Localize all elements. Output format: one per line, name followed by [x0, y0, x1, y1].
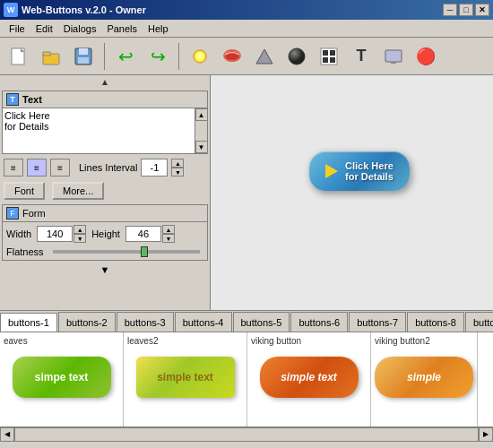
- toolbar-separator-1: [104, 43, 105, 70]
- text-input[interactable]: Click Here for Details: [3, 108, 195, 153]
- gallery-item-3: viking button2 simple: [371, 332, 478, 426]
- tab-buttons-6[interactable]: buttons-6: [290, 312, 348, 332]
- menu-panels[interactable]: Panels: [101, 22, 143, 36]
- tab-buttons-7[interactable]: buttons-7: [349, 312, 406, 332]
- text-section-title: Text: [22, 94, 42, 105]
- height-input[interactable]: [125, 226, 161, 242]
- scroll-right-btn[interactable]: ▶: [479, 427, 493, 442]
- menu-edit[interactable]: Edit: [30, 22, 58, 36]
- clear-button[interactable]: 🔴: [411, 41, 441, 72]
- text-section-header: T Text: [3, 91, 207, 108]
- align-center-button[interactable]: ≡: [27, 159, 47, 177]
- menu-help[interactable]: Help: [143, 22, 174, 36]
- gallery-btn-3[interactable]: simple: [375, 357, 473, 398]
- font-button[interactable]: Font: [4, 182, 45, 200]
- scroll-down-arrow-panel[interactable]: ▼: [0, 263, 210, 277]
- maximize-button[interactable]: □: [459, 4, 473, 16]
- gallery-title-3: viking button2: [375, 336, 430, 346]
- gallery-container: eaves simpe text leaves2 simple text vik…: [0, 332, 493, 426]
- scroll-left-btn[interactable]: ◀: [0, 427, 14, 442]
- scroll-up-arrow[interactable]: ▲: [0, 75, 210, 89]
- tab-buttons-3[interactable]: buttons-3: [117, 312, 174, 332]
- gallery-btn-0[interactable]: simpe text: [13, 357, 111, 398]
- svg-rect-14: [323, 50, 328, 56]
- preview-button[interactable]: Click Here for Details: [309, 151, 410, 191]
- scroll-down-btn[interactable]: ▼: [195, 141, 208, 153]
- flatness-slider[interactable]: [53, 250, 200, 254]
- interval-up-btn[interactable]: ▲: [171, 159, 184, 168]
- flatness-label: Flatness: [6, 246, 44, 257]
- lines-interval-label: Lines Interval: [79, 162, 137, 173]
- toolbar-separator-2: [178, 43, 179, 70]
- height-label: Height: [91, 228, 120, 239]
- width-input[interactable]: [37, 226, 73, 242]
- scroll-up-btn[interactable]: ▲: [195, 108, 208, 121]
- interval-spinners: ▲ ▼: [171, 159, 184, 177]
- pattern-button[interactable]: [314, 41, 344, 72]
- tab-buttons-5[interactable]: buttons-5: [233, 312, 290, 332]
- menu-bar: File Edit Dialogs Panels Help: [0, 20, 493, 38]
- align-row: ≡ ≡ ≡ Lines Interval -1 ▲ ▼: [0, 156, 210, 179]
- gallery-title-2: viking button: [251, 336, 301, 346]
- svg-rect-15: [330, 50, 335, 56]
- width-down-btn[interactable]: ▼: [74, 234, 86, 243]
- form-body: Width ▲ ▼ Height ▲ ▼: [2, 221, 208, 261]
- align-right-button[interactable]: ≡: [50, 159, 70, 177]
- svg-rect-3: [43, 52, 50, 56]
- open-button[interactable]: [36, 41, 66, 72]
- svg-rect-6: [78, 57, 89, 64]
- undo-button[interactable]: ↩: [110, 41, 141, 72]
- app-icon: W: [4, 3, 18, 17]
- new-button[interactable]: [4, 41, 34, 72]
- flatness-thumb[interactable]: [141, 246, 148, 257]
- gallery-btn-1[interactable]: simple text: [136, 357, 235, 398]
- height-down-btn[interactable]: ▼: [162, 234, 175, 243]
- triangle-button[interactable]: [249, 41, 280, 72]
- lines-interval-value: -1: [141, 159, 168, 177]
- height-up-btn[interactable]: ▲: [162, 225, 175, 234]
- width-label: Width: [6, 228, 31, 239]
- form-section: F Form Width ▲ ▼ Height: [2, 204, 208, 261]
- tab-buttons-1[interactable]: buttons-1: [0, 313, 57, 332]
- tab-buttons-4[interactable]: buttons-4: [175, 312, 232, 332]
- window-controls: ─ □ ✕: [443, 4, 489, 16]
- left-panel: ▲ T Text Click Here for Details ▲ ▼ ≡ ≡ …: [0, 75, 211, 310]
- menu-dialogs[interactable]: Dialogs: [58, 22, 102, 36]
- gallery-btn-2[interactable]: simple text: [260, 357, 359, 398]
- interval-down-btn[interactable]: ▼: [171, 168, 184, 177]
- minimize-button[interactable]: ─: [443, 4, 457, 16]
- width-up-btn[interactable]: ▲: [74, 225, 86, 234]
- color-button[interactable]: [217, 41, 247, 72]
- text-button[interactable]: T: [346, 41, 376, 72]
- tab-buttons-9[interactable]: buttons-9: [465, 312, 493, 332]
- toolbar: ↩ ↪: [0, 38, 493, 75]
- svg-point-12: [289, 48, 305, 65]
- screen-button[interactable]: [378, 41, 409, 72]
- gallery-item-0: eaves simpe text: [0, 332, 124, 426]
- text-input-wrapper: Click Here for Details ▲ ▼: [3, 108, 207, 153]
- sphere-button[interactable]: [281, 41, 312, 72]
- main-content: ▲ T Text Click Here for Details ▲ ▼ ≡ ≡ …: [0, 75, 493, 310]
- svg-rect-18: [385, 50, 402, 62]
- gallery-title-1: leaves2: [127, 336, 158, 346]
- scrollbar-track[interactable]: [14, 427, 479, 442]
- form-section-title: Form: [22, 208, 46, 219]
- save-button[interactable]: [68, 41, 99, 72]
- svg-rect-5: [79, 48, 88, 55]
- title-bar: W Web-Buttons v.2.0 - Owner ─ □ ✕: [0, 0, 493, 20]
- menu-file[interactable]: File: [4, 22, 30, 36]
- text-icon: T: [6, 93, 19, 106]
- svg-rect-19: [391, 62, 396, 64]
- more-button[interactable]: More...: [52, 182, 104, 200]
- canvas-panel: Click Here for Details: [211, 75, 493, 310]
- tab-buttons-8[interactable]: buttons-8: [407, 312, 464, 332]
- align-left-button[interactable]: ≡: [4, 159, 23, 177]
- bottom-scrollbar: ◀ ▶: [0, 426, 493, 441]
- redo-button[interactable]: ↪: [143, 41, 173, 72]
- form-icon: F: [6, 207, 19, 220]
- light-button[interactable]: [185, 41, 215, 72]
- form-section-header: F Form: [2, 204, 208, 221]
- close-button[interactable]: ✕: [475, 4, 489, 16]
- tab-buttons-2[interactable]: buttons-2: [58, 312, 116, 332]
- font-row: Font More...: [0, 179, 210, 202]
